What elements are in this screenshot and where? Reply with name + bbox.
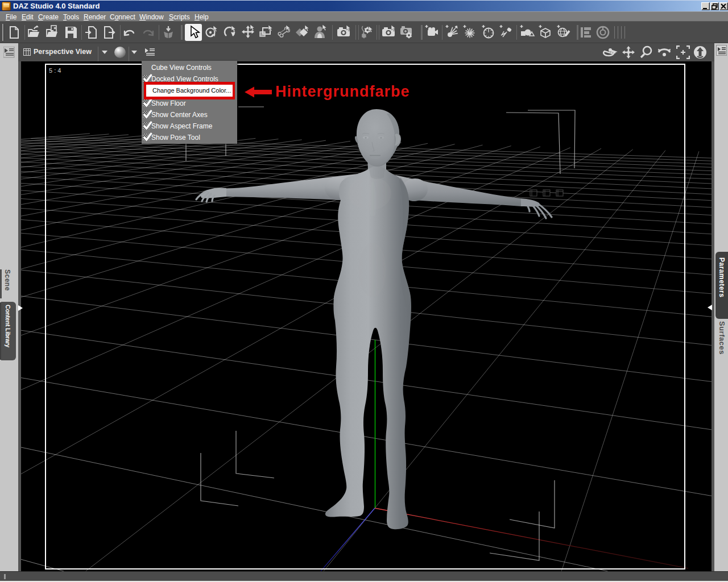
svg-text:5 : 4: 5 : 4 (49, 67, 61, 74)
